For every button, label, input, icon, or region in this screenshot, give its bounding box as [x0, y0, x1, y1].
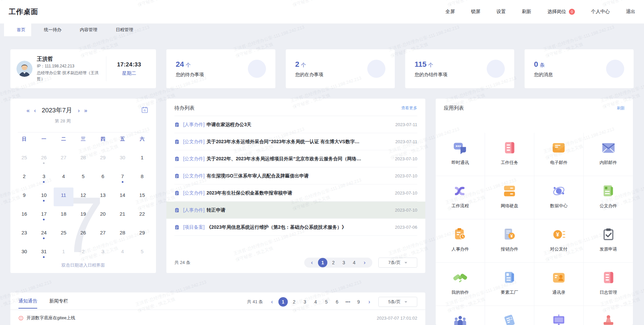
- app-item-netdisk[interactable]: 网络硬盘: [485, 176, 534, 219]
- calendar-day[interactable]: 13: [93, 187, 113, 206]
- calendar-day[interactable]: 20: [93, 206, 113, 225]
- calendar-day[interactable]: 31: [34, 244, 54, 263]
- todo-row[interactable]: [人事办件]申请在家远程办公3天2023-07-11: [166, 116, 425, 133]
- app-item-stamp[interactable]: [584, 306, 633, 325]
- calendar-day[interactable]: 26: [73, 225, 93, 244]
- stat-card-0[interactable]: 24个您的待办事项: [166, 49, 275, 88]
- today-icon[interactable]: 今: [141, 106, 149, 114]
- header-action-refresh[interactable]: 刷新: [515, 9, 531, 15]
- calendar-day[interactable]: 1: [54, 244, 73, 263]
- calendar-day[interactable]: 3: [93, 244, 113, 263]
- calendar-day[interactable]: 1: [132, 150, 152, 169]
- calendar-day[interactable]: 30: [14, 244, 34, 263]
- calendar-day[interactable]: 29: [93, 150, 113, 169]
- app-item-contacts[interactable]: 通讯录: [534, 263, 584, 306]
- app-item-payment[interactable]: ¥对公支付: [534, 219, 584, 263]
- prev-month-button[interactable]: ‹: [34, 108, 36, 113]
- todo-row[interactable]: [项目备案]《2023年局信息系统运行维护（第2包：基础办公系统技术服务）》20…: [166, 219, 425, 236]
- header-action-logout[interactable]: 退出: [619, 9, 635, 15]
- calendar-day[interactable]: 14: [113, 187, 132, 206]
- app-item-tasks[interactable]: 工作任务: [485, 133, 534, 176]
- calendar-day[interactable]: 21: [113, 206, 132, 225]
- todo-row[interactable]: [人事办件]转正申请2023-07-10: [166, 202, 425, 219]
- next-page-button[interactable]: ›: [360, 258, 369, 267]
- notice-tab-announcements[interactable]: 通知通告: [18, 298, 37, 309]
- calendar-day[interactable]: 4: [113, 244, 132, 263]
- notice-page-size-select[interactable]: 5条/页: [378, 297, 417, 307]
- calendar-day[interactable]: 5: [73, 169, 93, 187]
- tab-unified-todo[interactable]: 统一待办: [31, 23, 67, 36]
- todo-row[interactable]: [公文办件]2023年有生社保公积金基数申报审核申请2023-07-10: [166, 184, 425, 202]
- app-item-board[interactable]: [534, 306, 584, 325]
- next-month-button[interactable]: ›: [78, 108, 80, 113]
- app-item-email[interactable]: 电子邮件: [534, 133, 584, 176]
- page-button[interactable]: 2: [329, 258, 338, 267]
- notice-tab-news[interactable]: 新闻专栏: [49, 298, 68, 309]
- page-button[interactable]: 3: [301, 297, 309, 306]
- calendar-day[interactable]: 12: [73, 187, 93, 206]
- calendar-day[interactable]: 5: [132, 244, 152, 263]
- app-item-factory[interactable]: 要素工厂: [485, 263, 534, 306]
- page-button[interactable]: 1: [318, 258, 327, 267]
- app-list-refresh-link[interactable]: 刷新: [617, 105, 625, 111]
- page-button[interactable]: 6: [333, 297, 341, 306]
- app-item-collaboration[interactable]: 我的协作: [436, 263, 485, 306]
- calendar-day[interactable]: 25: [14, 150, 34, 169]
- page-button[interactable]: 2: [290, 297, 299, 306]
- calendar-day[interactable]: 15: [132, 187, 152, 206]
- app-item-internal-mail[interactable]: 内部邮件: [584, 133, 633, 176]
- calendar-day[interactable]: 28: [73, 150, 93, 169]
- calendar-day[interactable]: 28: [113, 225, 132, 244]
- app-item-logs[interactable]: 日志管理: [584, 263, 633, 306]
- page-button[interactable]: 4: [311, 297, 320, 306]
- stat-card-1[interactable]: 2个您的在办事项: [286, 49, 395, 88]
- notice-item[interactable]: 开源数字底座在gitee上线 2023-07-07 17:01:02: [10, 310, 425, 325]
- calendar-day[interactable]: 6: [93, 169, 113, 187]
- app-item-im[interactable]: 即时通讯: [436, 133, 485, 176]
- page-button[interactable]: 5: [322, 297, 331, 306]
- tab-content-mgmt[interactable]: 内容管理: [67, 23, 103, 36]
- app-item-official-doc[interactable]: 公文办件: [584, 176, 633, 219]
- app-item-workflow[interactable]: 工作流程: [436, 176, 485, 219]
- header-action-select-post[interactable]: 选择岗位0: [540, 9, 575, 15]
- calendar-day[interactable]: 2: [73, 244, 93, 263]
- calendar-day[interactable]: 19: [73, 206, 93, 225]
- calendar-day[interactable]: 3: [34, 169, 54, 187]
- calendar-day[interactable]: 17: [34, 206, 54, 225]
- app-item-datacenter[interactable]: 数据中心: [534, 176, 584, 219]
- calendar-day[interactable]: 2: [14, 169, 34, 187]
- page-button[interactable]: 3: [339, 258, 348, 267]
- next-page-button[interactable]: ›: [365, 297, 374, 306]
- calendar-day[interactable]: 29: [132, 225, 152, 244]
- calendar-day[interactable]: 18: [54, 206, 73, 225]
- calendar-day[interactable]: 11: [54, 187, 73, 206]
- app-item-reimburse[interactable]: ¥报销办件: [485, 219, 534, 263]
- calendar-day[interactable]: 7: [113, 169, 132, 187]
- calendar-day[interactable]: 25: [54, 225, 73, 244]
- app-item-invoice[interactable]: 发票申请: [584, 219, 633, 263]
- todo-row[interactable]: [公文办件]关于2022年、2023年水务局运维项目外采“北京市政务云服务合同（…: [166, 150, 425, 167]
- page-button[interactable]: 1: [278, 297, 288, 307]
- calendar-day[interactable]: 10: [34, 187, 54, 206]
- calendar-day[interactable]: 4: [54, 169, 73, 187]
- header-action-profile[interactable]: 个人中心: [584, 9, 610, 15]
- app-item-people[interactable]: [436, 306, 485, 325]
- calendar-day[interactable]: 24: [34, 225, 54, 244]
- calendar-day[interactable]: 27: [54, 150, 73, 169]
- prev-page-button[interactable]: ‹: [268, 297, 276, 306]
- stat-card-3[interactable]: 0条您的消息: [525, 49, 634, 88]
- prev-year-button[interactable]: «: [26, 108, 30, 113]
- page-button[interactable]: 9: [354, 297, 363, 306]
- calendar-day[interactable]: 9: [14, 187, 34, 206]
- calendar-day[interactable]: 22: [132, 206, 152, 225]
- tab-home[interactable]: 首页: [4, 23, 31, 36]
- todo-row[interactable]: [公文办件]关于2023年水务运维外采合同“2023年水务局统一认证 有生博大V…: [166, 133, 425, 150]
- header-action-fullscreen[interactable]: 全屏: [438, 9, 455, 15]
- app-item-hr[interactable]: 人事办件: [436, 219, 485, 263]
- header-action-lock-screen[interactable]: 锁屏: [464, 9, 480, 15]
- view-more-link[interactable]: 查看更多: [401, 105, 417, 111]
- page-button[interactable]: 4: [350, 258, 359, 267]
- stat-card-2[interactable]: 115个您的办结件事项: [405, 49, 514, 88]
- calendar-day[interactable]: 27: [93, 225, 113, 244]
- calendar-day[interactable]: 26: [34, 150, 54, 169]
